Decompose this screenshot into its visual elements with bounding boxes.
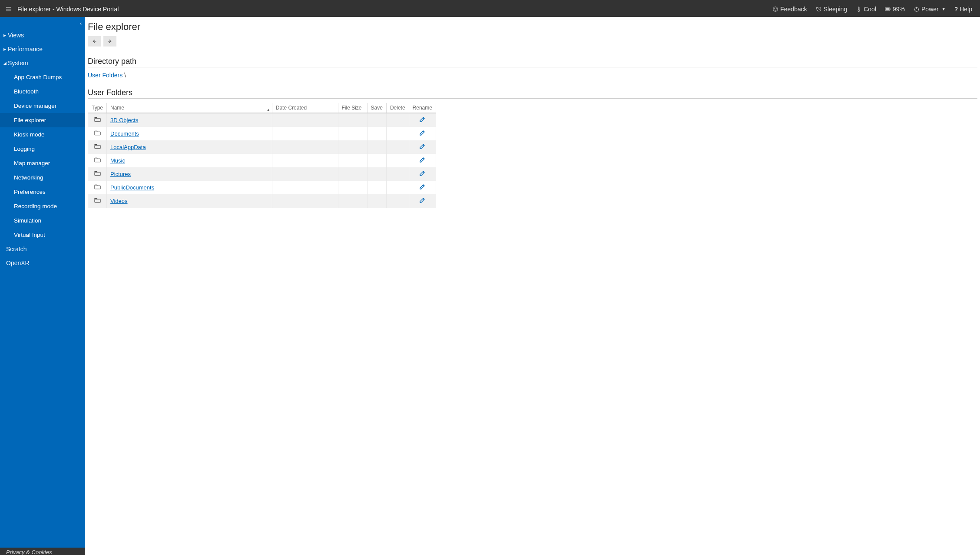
nav-item-preferences[interactable]: Preferences — [0, 185, 85, 199]
feedback-button[interactable]: Feedback — [768, 1, 811, 17]
folder-link[interactable]: Videos — [110, 198, 128, 204]
folder-icon — [94, 144, 101, 150]
folder-link[interactable]: Pictures — [110, 171, 131, 177]
nav-group-views[interactable]: ▶Views — [0, 28, 85, 42]
row-delete-cell — [386, 194, 409, 208]
folder-icon — [94, 198, 101, 204]
pencil-icon — [419, 143, 426, 151]
row-date-cell — [272, 194, 338, 208]
nav-item-logging[interactable]: Logging — [0, 142, 85, 156]
row-type-cell — [88, 181, 107, 194]
rename-button[interactable] — [413, 143, 432, 151]
rename-button[interactable] — [413, 197, 432, 205]
row-rename-cell — [409, 194, 436, 208]
col-size[interactable]: File Size — [338, 103, 367, 113]
folder-link[interactable]: PublicDocuments — [110, 184, 154, 191]
help-button[interactable]: ? Help — [950, 1, 977, 17]
breadcrumb-root-link[interactable]: User Folders — [88, 72, 122, 79]
row-rename-cell — [409, 167, 436, 181]
help-label: Help — [960, 6, 972, 13]
row-size-cell — [338, 194, 367, 208]
nav-item-networking[interactable]: Networking — [0, 170, 85, 185]
col-save[interactable]: Save — [367, 103, 386, 113]
sleeping-label: Sleeping — [824, 6, 848, 13]
table-row: Pictures — [88, 167, 436, 181]
row-date-cell — [272, 140, 338, 154]
col-name-label: Name — [110, 105, 124, 111]
nav-item-map-manager[interactable]: Map manager — [0, 156, 85, 170]
temperature-status[interactable]: Cool — [851, 1, 881, 17]
row-type-cell — [88, 154, 107, 167]
col-rename[interactable]: Rename — [409, 103, 436, 113]
sidebar-collapse-button[interactable]: ‹ — [80, 20, 82, 27]
row-size-cell — [338, 181, 367, 194]
nav-history-buttons — [88, 36, 977, 47]
nav-item-bluetooth[interactable]: Bluetooth — [0, 84, 85, 99]
table-row: Videos — [88, 194, 436, 208]
sleeping-status[interactable]: Sleeping — [811, 1, 852, 17]
arrow-right-icon — [107, 39, 113, 44]
row-type-cell — [88, 194, 107, 208]
folder-heading: User Folders — [88, 88, 977, 97]
rename-button[interactable] — [413, 170, 432, 178]
nav-group-system[interactable]: ◢System — [0, 56, 85, 70]
row-type-cell — [88, 113, 107, 127]
svg-rect-20 — [94, 159, 100, 162]
file-table-header-row: Type Name ▲ Date Created File Size Save … — [88, 103, 436, 113]
nav-item-openxr[interactable]: OpenXR — [0, 256, 85, 270]
nav-item-file-explorer[interactable]: File explorer — [0, 113, 85, 127]
power-label: Power — [921, 6, 939, 13]
battery-label: 99% — [893, 6, 905, 13]
nav-item-simulation[interactable]: Simulation — [0, 213, 85, 228]
row-save-cell — [367, 194, 386, 208]
nav-item-scratch[interactable]: Scratch — [0, 242, 85, 256]
svg-rect-24 — [94, 186, 100, 189]
row-save-cell — [367, 167, 386, 181]
main-content: File explorer Directory path User Folder… — [85, 17, 980, 555]
col-delete[interactable]: Delete — [386, 103, 409, 113]
col-date[interactable]: Date Created — [272, 103, 338, 113]
folder-link[interactable]: Documents — [110, 130, 139, 137]
nav-group-label: Views — [8, 32, 24, 39]
nav-group-label: System — [8, 60, 28, 66]
folder-link[interactable]: Music — [110, 157, 125, 164]
battery-status[interactable]: 99% — [881, 1, 909, 17]
power-menu-button[interactable]: Power ▼ — [909, 1, 950, 17]
row-rename-cell — [409, 181, 436, 194]
rename-button[interactable] — [413, 130, 432, 138]
nav-forward-button[interactable] — [103, 36, 116, 47]
battery-icon — [885, 6, 891, 12]
triangle-down-icon: ◢ — [3, 61, 8, 65]
pencil-icon — [419, 156, 426, 165]
triangle-right-icon: ▶ — [3, 33, 8, 37]
hamburger-menu-button[interactable] — [0, 1, 17, 17]
rename-button[interactable] — [413, 183, 432, 192]
rename-button[interactable] — [413, 156, 432, 165]
row-size-cell — [338, 140, 367, 154]
rename-button[interactable] — [413, 116, 432, 124]
svg-rect-7 — [858, 7, 859, 10]
nav-item-kiosk-mode[interactable]: Kiosk mode — [0, 127, 85, 142]
nav-item-recording-mode[interactable]: Recording mode — [0, 199, 85, 213]
col-name[interactable]: Name ▲ — [107, 103, 272, 113]
folder-link[interactable]: LocalAppData — [110, 144, 146, 150]
nav-item-app-crash-dumps[interactable]: App Crash Dumps — [0, 70, 85, 84]
folder-icon — [94, 157, 101, 164]
nav-back-button[interactable] — [88, 36, 101, 47]
nav-item-device-manager[interactable]: Device manager — [0, 99, 85, 113]
folder-icon — [94, 184, 101, 191]
svg-rect-10 — [886, 8, 889, 10]
temperature-label: Cool — [864, 6, 876, 13]
folder-link[interactable]: 3D Objects — [110, 117, 138, 123]
nav-group-performance[interactable]: ▶Performance — [0, 42, 85, 56]
triangle-right-icon: ▶ — [3, 47, 8, 51]
svg-point-3 — [773, 7, 778, 11]
row-save-cell — [367, 113, 386, 127]
privacy-cookies-link[interactable]: Privacy & Cookies — [0, 548, 85, 555]
sidebar: ‹ ▶Views▶Performance◢SystemApp Crash Dum… — [0, 17, 85, 555]
page-title: File explorer — [88, 21, 977, 33]
col-type[interactable]: Type — [88, 103, 107, 113]
row-save-cell — [367, 127, 386, 140]
svg-rect-22 — [94, 172, 100, 176]
nav-item-virtual-input[interactable]: Virtual Input — [0, 228, 85, 242]
